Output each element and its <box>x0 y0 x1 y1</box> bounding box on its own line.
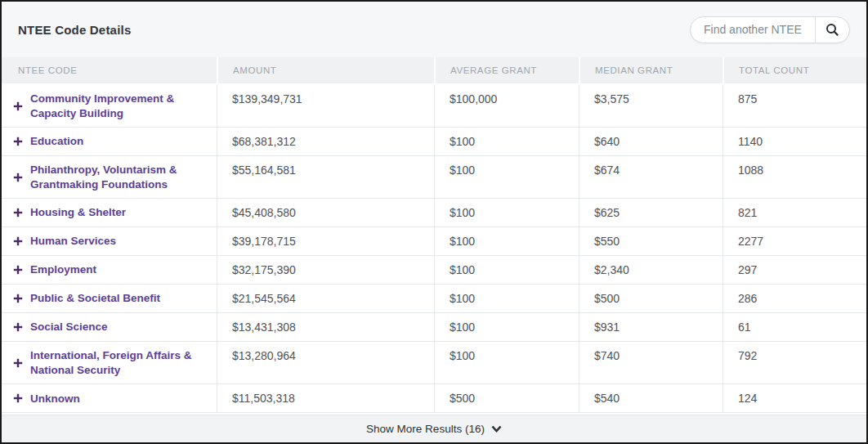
median-grant-cell: $625 <box>579 199 723 227</box>
ntee-code-link[interactable]: Housing & Shelter <box>30 205 126 220</box>
amount-cell: $11,503,318 <box>217 384 434 413</box>
average-grant-cell: $100 <box>434 156 579 199</box>
plus-icon[interactable] <box>13 137 23 146</box>
table-row: Community Improvement & Capacity Buildin… <box>2 85 866 128</box>
ntee-code-link[interactable]: Unknown <box>30 392 80 406</box>
table-row: Unknown $11,503,318 $500 $540 124 <box>2 384 866 413</box>
ntee-code-link[interactable]: International, Foreign Affairs & Nationa… <box>30 348 207 377</box>
amount-cell: $68,381,312 <box>217 128 434 156</box>
median-grant-cell: $550 <box>579 227 723 256</box>
total-count-cell: 2277 <box>723 227 866 256</box>
amount-cell: $39,178,715 <box>217 227 434 256</box>
column-header-ntee-code: NTEE CODE <box>2 57 217 85</box>
table-row: Education $68,381,312 $100 $640 1140 <box>2 128 866 156</box>
column-header-amount: AMOUNT <box>217 57 434 85</box>
column-header-median-grant: MEDIAN GRANT <box>579 57 723 85</box>
column-header-avg-grant: AVERAGE GRANT <box>434 57 579 85</box>
total-count-cell: 1088 <box>723 156 866 199</box>
column-header-total-count: TOTAL COUNT <box>723 57 866 85</box>
search-button[interactable] <box>815 17 849 43</box>
median-grant-cell: $640 <box>579 128 723 156</box>
plus-icon[interactable] <box>13 265 23 275</box>
table-row: Human Services $39,178,715 $100 $550 227… <box>2 227 866 256</box>
total-count-cell: 1140 <box>723 128 866 156</box>
search-box <box>690 16 850 43</box>
plus-icon[interactable] <box>13 294 23 303</box>
median-grant-cell: $931 <box>579 313 723 342</box>
table-row: Public & Societal Benefit $21,545,564 $1… <box>2 285 866 313</box>
amount-cell: $55,164,581 <box>217 156 434 199</box>
median-grant-cell: $2,340 <box>579 256 723 285</box>
median-grant-cell: $740 <box>579 342 723 384</box>
plus-icon[interactable] <box>13 173 23 182</box>
ntee-code-link[interactable]: Human Services <box>30 234 116 249</box>
table-row: Social Science $13,431,308 $100 $931 61 <box>2 313 866 342</box>
show-more-results-button[interactable]: Show More Results (16) <box>2 415 866 442</box>
table-row: International, Foreign Affairs & Nationa… <box>2 342 866 384</box>
ntee-code-link[interactable]: Philanthropy, Voluntarism & Grantmaking … <box>30 163 207 191</box>
total-count-cell: 821 <box>723 199 866 227</box>
show-more-label: Show More Results (16) <box>366 423 485 435</box>
total-count-cell: 286 <box>723 285 866 313</box>
amount-cell: $13,280,964 <box>217 342 434 384</box>
average-grant-cell: $100 <box>434 256 579 285</box>
average-grant-cell: $500 <box>434 384 579 413</box>
median-grant-cell: $540 <box>579 384 723 413</box>
chevron-down-icon <box>491 425 502 433</box>
ntee-code-link[interactable]: Public & Societal Benefit <box>30 291 160 306</box>
ntee-code-link[interactable]: Employment <box>30 262 96 277</box>
total-count-cell: 875 <box>723 85 866 128</box>
ntee-code-link[interactable]: Education <box>30 134 83 149</box>
plus-icon[interactable] <box>13 393 23 403</box>
amount-cell: $45,408,580 <box>217 199 434 227</box>
table-row: Philanthropy, Voluntarism & Grantmaking … <box>2 156 866 199</box>
magnifier-icon <box>825 23 839 37</box>
amount-cell: $32,175,390 <box>217 256 434 285</box>
average-grant-cell: $100 <box>434 199 579 227</box>
median-grant-cell: $674 <box>579 156 723 199</box>
average-grant-cell: $100 <box>434 227 579 256</box>
amount-cell: $139,349,731 <box>217 85 434 128</box>
plus-icon[interactable] <box>13 208 23 218</box>
table-row: Employment $32,175,390 $100 $2,340 297 <box>2 256 866 285</box>
total-count-cell: 61 <box>723 313 866 342</box>
table-header-row: NTEE CODE AMOUNT AVERAGE GRANT MEDIAN GR… <box>2 57 866 85</box>
average-grant-cell: $100 <box>434 128 579 156</box>
total-count-cell: 792 <box>723 342 866 384</box>
amount-cell: $21,545,564 <box>217 285 434 313</box>
table-row: Housing & Shelter $45,408,580 $100 $625 … <box>2 199 866 227</box>
median-grant-cell: $500 <box>579 285 723 313</box>
total-count-cell: 297 <box>723 256 866 285</box>
search-input[interactable] <box>691 23 815 36</box>
page-title: NTEE Code Details <box>18 23 131 37</box>
plus-icon[interactable] <box>13 358 23 368</box>
ntee-table: NTEE CODE AMOUNT AVERAGE GRANT MEDIAN GR… <box>2 57 866 415</box>
plus-icon[interactable] <box>13 322 23 332</box>
ntee-details-panel: NTEE Code Details NTEE CODE AMOUNT AVE <box>0 0 868 444</box>
median-grant-cell: $3,575 <box>579 85 723 128</box>
panel-header: NTEE Code Details <box>2 2 866 57</box>
average-grant-cell: $100 <box>434 313 579 342</box>
ntee-code-link[interactable]: Community Improvement & Capacity Buildin… <box>30 92 207 120</box>
average-grant-cell: $100 <box>434 285 579 313</box>
average-grant-cell: $100 <box>434 342 579 384</box>
plus-icon[interactable] <box>13 236 23 246</box>
ntee-code-link[interactable]: Social Science <box>30 320 108 334</box>
total-count-cell: 124 <box>723 384 866 413</box>
plus-icon[interactable] <box>13 101 23 111</box>
amount-cell: $13,431,308 <box>217 313 434 342</box>
average-grant-cell: $100,000 <box>434 85 579 128</box>
